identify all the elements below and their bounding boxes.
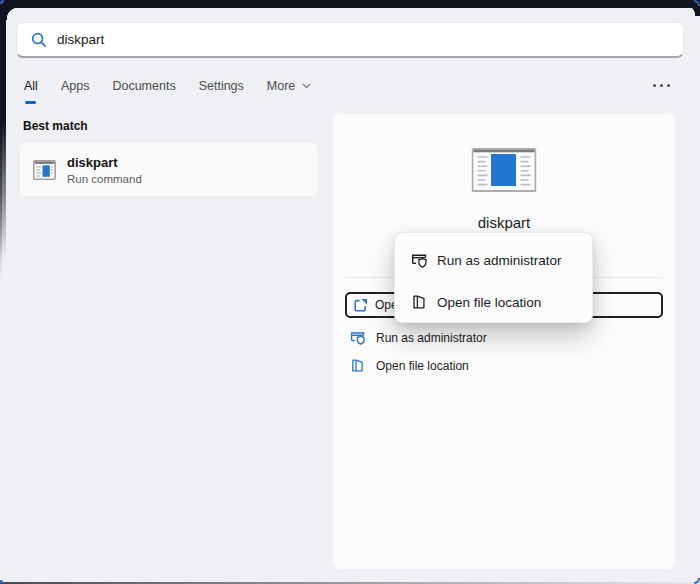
context-menu-item-label: Run as administrator <box>437 253 562 268</box>
desktop-edge-top <box>0 0 700 8</box>
tab-more-label: More <box>267 79 295 93</box>
tab-all[interactable]: All <box>24 79 38 93</box>
tab-documents[interactable]: Documents <box>112 79 175 93</box>
context-menu-run-as-administrator[interactable]: Run as administrator <box>395 239 592 281</box>
ellipsis-icon <box>653 84 656 87</box>
run-as-administrator-icon <box>350 330 365 345</box>
tab-more[interactable]: More <box>267 79 311 93</box>
open-file-location-icon <box>411 294 427 310</box>
run-as-administrator-label: Run as administrator <box>376 331 487 345</box>
preview-title: diskpart <box>333 214 675 231</box>
search-filter-tabs: All Apps Documents Settings More <box>24 79 311 93</box>
search-box[interactable] <box>16 22 684 58</box>
best-match-result[interactable]: diskpart Run command <box>19 142 318 197</box>
run-as-administrator-link[interactable]: Run as administrator <box>350 330 487 345</box>
open-file-location-icon <box>350 358 365 373</box>
tab-apps[interactable]: Apps <box>61 79 90 93</box>
run-command-icon-large <box>472 148 537 192</box>
desktop-edge-left-fade <box>0 120 2 280</box>
window-accent-corner <box>0 0 4 4</box>
context-menu: Run as administrator Open file location <box>394 232 593 323</box>
context-menu-open-file-location[interactable]: Open file location <box>395 281 592 323</box>
run-command-icon <box>33 160 56 180</box>
tab-settings[interactable]: Settings <box>199 79 244 93</box>
selected-tab-underline <box>25 101 36 104</box>
best-match-heading: Best match <box>23 119 88 133</box>
search-icon <box>31 32 47 48</box>
best-match-title: diskpart <box>67 155 142 170</box>
search-input[interactable] <box>57 32 657 47</box>
chevron-down-icon <box>302 83 311 89</box>
open-file-location-link[interactable]: Open file location <box>350 358 469 373</box>
see-more-button[interactable] <box>653 84 670 87</box>
best-match-subtitle: Run command <box>67 173 142 185</box>
context-menu-item-label: Open file location <box>437 295 541 310</box>
run-as-administrator-icon <box>411 252 427 268</box>
open-file-location-label: Open file location <box>376 359 469 373</box>
preview-panel: diskpart Open Run as administrator Open … <box>332 113 676 570</box>
open-icon <box>354 298 368 312</box>
